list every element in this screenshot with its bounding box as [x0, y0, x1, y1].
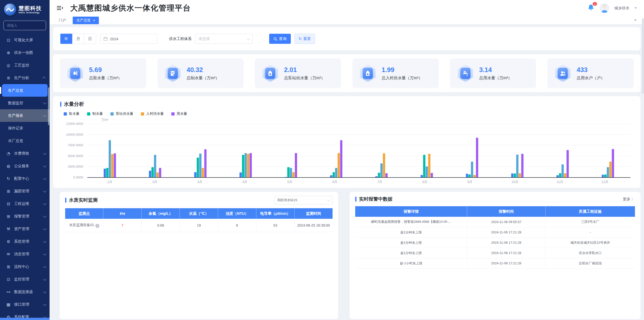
alarm-title-row: 实时报警中数据: [355, 196, 392, 202]
sidebar-scrollbar[interactable]: [48, 87, 49, 125]
cell: 水质监测设备01?: [65, 219, 103, 232]
sidebar-subitem-operation-records[interactable]: 操作记录: [0, 122, 50, 134]
bar-用水量: [521, 154, 524, 177]
sidebar-item-production-analysis[interactable]: ≣生产分析: [0, 72, 50, 84]
stat-card: 433总用水户（户）: [547, 58, 634, 88]
sidebar-item-leakage-mgmt[interactable]: ⊞漏损管理: [0, 185, 50, 197]
legend-item-泵站供水量[interactable]: 泵站供水量: [110, 112, 133, 116]
sidebar-subitem-label: 生产报表: [8, 113, 23, 118]
legend-label: 入村供水量: [146, 112, 164, 116]
column-header: 所属工程设施: [545, 206, 635, 217]
table-row: 水质监测设备01?70.66196532024-06-25 16:39:00: [65, 219, 333, 232]
cell: 超1分钟未上报: [355, 248, 467, 258]
stat-label: 总取水量（万m³）: [89, 76, 122, 81]
legend-item-入村供水量[interactable]: 入村供水量: [141, 112, 164, 116]
year-picker[interactable]: 2024: [100, 34, 157, 44]
user-name[interactable]: 城乡供水: [614, 6, 629, 11]
sidebar-item-label: 接口管理: [14, 302, 29, 307]
bar-取水量: [149, 171, 151, 177]
cell: 2024-11-06 17:21:28: [467, 258, 545, 268]
station-select[interactable]: 四区供水站15: [274, 196, 333, 204]
sidebar-item-monitoring-mgmt[interactable]: ⊡监控管理: [0, 273, 50, 286]
tab-label: 门户: [59, 18, 66, 23]
legend-item-用水量[interactable]: 用水量: [171, 112, 187, 116]
notification-bell-icon[interactable]: 1: [587, 4, 595, 12]
bar-group-9月: [449, 124, 495, 177]
chart-title: 水量分析: [64, 101, 84, 108]
sidebar-item-alarm-mgmt[interactable]: ⊞报警管理: [0, 210, 50, 223]
tab-portal[interactable]: 门户: [55, 17, 70, 24]
menu-collapse-icon[interactable]: [57, 5, 63, 11]
chart-legend: 取水量制水量泵站供水量入村供水量用水量: [64, 112, 633, 116]
tab-options-caret-icon[interactable]: [634, 19, 637, 23]
sidebar-subitem-production-overview[interactable]: 生产总览: [2, 84, 48, 97]
sidebar-item-config-center[interactable]: ↻配置中心: [0, 172, 50, 185]
sidebar: 慧图科技 Huitu Technology ⊡可视化大屏⊕供水一张图◎工艺监控≣…: [0, 0, 50, 320]
x-axis-label: 4月: [222, 180, 267, 184]
stat-text: 1.99总入村供水量（万m³）: [382, 66, 423, 81]
user-menu-caret-icon[interactable]: [634, 7, 637, 10]
sidebar-item-api-mgmt[interactable]: ▦接口管理: [0, 298, 50, 311]
sidebar-item-process-monitoring[interactable]: ◎工艺监控: [0, 59, 50, 72]
period-button-日[interactable]: 日: [84, 34, 96, 44]
help-icon[interactable]: ?: [95, 224, 99, 228]
brand-subtitle: Huitu Technology: [19, 11, 42, 14]
sidebar-item-public-service[interactable]: ◍公众服务: [0, 160, 50, 172]
period-button-月[interactable]: 月: [72, 34, 84, 44]
sidebar-item-visual-screen[interactable]: ⊡可视化大屏: [0, 34, 50, 46]
sidebar-menu: ⊡可视化大屏⊕供水一张图◎工艺监控≣生产分析生产总览数据监控生产报表操作记录水厂…: [0, 31, 50, 320]
public-service-icon: ◍: [6, 164, 11, 168]
page-scrollbar[interactable]: [642, 18, 644, 94]
bar-制水量: [151, 167, 154, 177]
bar-group-12月: [585, 124, 630, 177]
legend-item-制水量[interactable]: 制水量: [87, 112, 103, 116]
sidebar-item-engineering-ops[interactable]: ⊟工程运维: [0, 197, 50, 210]
bar-制水量: [197, 158, 199, 177]
legend-label: 泵站供水量: [116, 112, 133, 116]
sidebar-item-asset-mgmt[interactable]: ⚒资产管理: [0, 223, 50, 235]
bar-用水量: [295, 153, 297, 177]
sidebar-subitem-data-monitoring[interactable]: 数据监控: [0, 97, 50, 109]
intake-water-icon: [67, 64, 83, 82]
sidebar-subitem-production-reports[interactable]: 生产报表: [0, 109, 50, 122]
system-select[interactable]: 请选择: [195, 34, 253, 44]
chevron-down-icon: [43, 164, 47, 167]
bar-group-11月: [540, 124, 585, 177]
bar-泵站供水量: [426, 166, 428, 177]
query-button[interactable]: 查询: [269, 34, 291, 44]
cell: 还乡水库取水口: [545, 248, 635, 258]
legend-item-取水量[interactable]: 取水量: [64, 112, 79, 116]
water-quality-title-row: 水质实时监测: [65, 197, 98, 203]
bar-泵站供水量: [199, 154, 202, 177]
reset-button[interactable]: ↻ 重置: [295, 34, 315, 44]
stats-row: 5.69总取水量（万m³）40.32总制水量（万m³）2.01总泵站供水量（万m…: [53, 54, 640, 92]
sidebar-item-data-connector[interactable]: ⊶数据连接器: [0, 286, 50, 298]
stat-card: 40.32总制水量（万m³）: [157, 58, 244, 88]
bar-用水量: [567, 150, 569, 177]
process-monitor-icon: ◎: [6, 63, 11, 68]
sidebar-item-water-map[interactable]: ⊕供水一张图: [0, 46, 50, 59]
alarm-header: 实时报警中数据 更多 〉: [355, 196, 635, 202]
close-icon[interactable]: ×: [93, 19, 95, 22]
tab-production-overview[interactable]: 生产总览×: [73, 17, 99, 24]
search-input[interactable]: [4, 21, 46, 30]
stat-text: 433总用水户（户）: [577, 66, 605, 81]
stat-value: 2.01: [284, 66, 325, 74]
topbar: 大禹慧图城乡供水一体化管理平台 1 城乡供水: [50, 0, 644, 16]
sidebar-item-water-fee[interactable]: ◔水费营收: [0, 147, 50, 160]
period-button-年[interactable]: 年: [60, 34, 72, 44]
bar-group-6月: [314, 124, 359, 177]
bar-制水量: [468, 174, 471, 177]
y-axis-tick: 0.0000: [60, 175, 83, 179]
sidebar-item-workflow-center[interactable]: ⊞流程中心: [0, 260, 50, 273]
x-axis-label: 6月: [312, 180, 357, 184]
chevron-down-icon: [43, 277, 47, 280]
cell: 2024-06-25 16:39:00: [294, 219, 333, 232]
more-link[interactable]: 更多 〉: [623, 197, 635, 202]
sidebar-item-system-mgmt[interactable]: ⚙系统管理: [0, 235, 50, 248]
sidebar-item-message-mgmt[interactable]: ✉消息管理: [0, 248, 50, 260]
avatar[interactable]: [600, 3, 609, 13]
content: 年月日 2024 供水工程体系 请选择 查询 ↻ 重置: [50, 25, 644, 320]
sidebar-subitem-plant-overview[interactable]: 水厂总览: [0, 134, 50, 147]
cell: 2024-11-08 09:55:57: [467, 217, 545, 227]
